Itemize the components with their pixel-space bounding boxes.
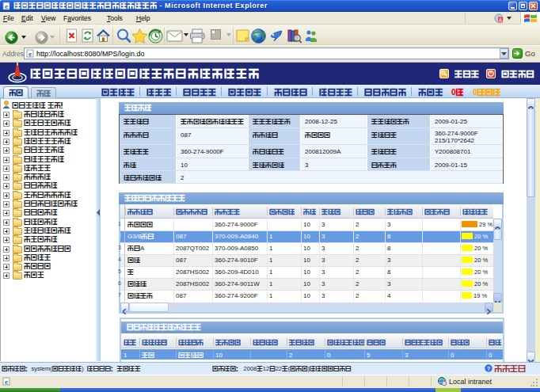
svg-text:A: A xyxy=(499,17,503,23)
svg-text:e: e xyxy=(5,378,8,386)
svg-text:e: e xyxy=(29,50,32,58)
svg-text:e: e xyxy=(5,2,8,10)
svg-text:?: ? xyxy=(487,365,491,372)
